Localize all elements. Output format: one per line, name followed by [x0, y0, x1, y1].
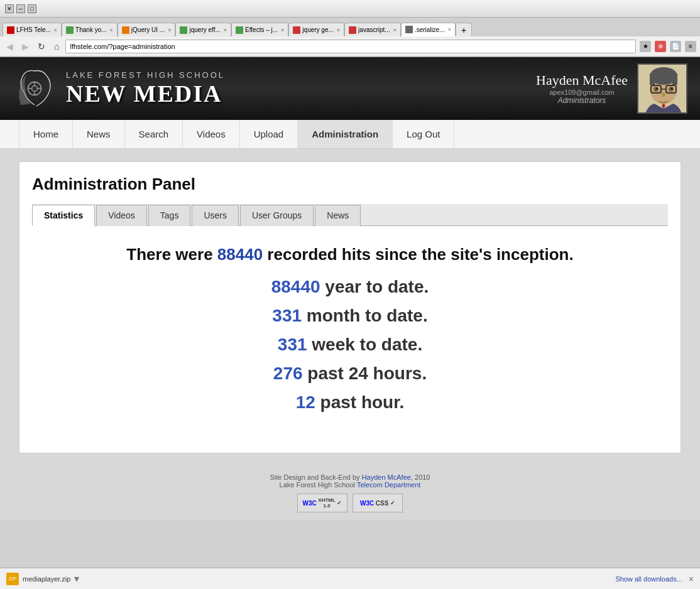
footer-dept-link[interactable]: Telecom Department — [357, 481, 421, 489]
tab-4[interactable]: Effects – j... × — [231, 23, 288, 36]
main-nav: Home News Search Videos Upload Administr… — [0, 120, 700, 149]
user-email: apex109@gmail.com — [536, 89, 628, 96]
day-label: past 24 hours. — [303, 364, 427, 383]
svg-rect-9 — [650, 73, 655, 85]
tab-label-4: Effects – j... — [245, 26, 278, 33]
tab-close-3[interactable]: × — [224, 27, 227, 33]
tab-close-1[interactable]: × — [110, 27, 113, 33]
nav-administration[interactable]: Administration — [297, 120, 393, 148]
tab-1[interactable]: Thank yo... × — [62, 23, 118, 36]
stop-icon[interactable]: ⊗ — [655, 41, 666, 52]
headline-prefix: There were — [126, 245, 217, 264]
tab-favicon-0 — [7, 26, 14, 34]
stat-day: 276 past 24 hours. — [45, 364, 655, 384]
hour-label: past hour. — [315, 392, 405, 412]
tab-3[interactable]: jquery eff... × — [175, 23, 231, 36]
address-bar[interactable] — [65, 40, 636, 53]
browser-tabs: LFHS Tele... × Thank yo... × jQuery UI .… — [0, 18, 700, 36]
tab-close-2[interactable]: × — [168, 27, 171, 33]
admin-panel: Administration Panel Statistics Videos T… — [19, 161, 681, 453]
nav-videos[interactable]: Videos — [182, 120, 240, 148]
tab-label-5: jquery ge... — [302, 26, 333, 33]
svg-point-16 — [656, 88, 658, 90]
tab-5[interactable]: jquery ge... × — [288, 23, 344, 36]
stat-month: 331 month to date. — [45, 306, 655, 326]
nav-logout[interactable]: Log Out — [392, 120, 454, 148]
header-right: Hayden McAfee apex109@gmail.com Administ… — [536, 63, 687, 114]
tab-close-5[interactable]: × — [337, 27, 340, 33]
footer-designer-link[interactable]: Hayden McAfee — [362, 473, 411, 481]
download-file-icon: ZIP — [6, 573, 19, 585]
reload-btn[interactable]: ↻ — [35, 40, 48, 53]
tab-videos[interactable]: Videos — [96, 205, 147, 226]
total-hits: 88440 — [217, 245, 263, 264]
user-role: Administrators — [536, 96, 628, 105]
footer-org: Lake Forest High School Telecom Departme… — [8, 481, 692, 489]
nav-news[interactable]: News — [72, 120, 125, 148]
tab-statistics[interactable]: Statistics — [32, 205, 95, 226]
menu-icon[interactable]: ≡ — [685, 41, 696, 52]
tab-2[interactable]: jQuery UI ... × — [118, 23, 176, 36]
win-minimize-btn[interactable]: ─ — [16, 4, 25, 13]
tab-favicon-6 — [349, 26, 356, 34]
svg-point-17 — [671, 88, 673, 90]
headline-suffix: recorded hits since the site's inception… — [263, 245, 574, 264]
download-bar-close[interactable]: × — [689, 574, 694, 584]
tab-close-6[interactable]: × — [393, 27, 396, 33]
footer-design-text: Site Design and Back-End by — [270, 473, 362, 481]
tab-favicon-4 — [236, 26, 243, 34]
nav-home[interactable]: Home — [19, 120, 73, 148]
tab-favicon-7 — [405, 26, 413, 33]
svg-rect-10 — [672, 73, 677, 85]
avatar-svg — [638, 65, 687, 114]
home-btn[interactable]: ⌂ — [52, 40, 62, 53]
show-all-downloads[interactable]: Show all downloads... — [615, 575, 682, 583]
readability-icon[interactable]: 📄 — [670, 41, 681, 52]
forward-btn[interactable]: ▶ — [19, 40, 31, 53]
win-close-btn[interactable]: ✕ — [5, 4, 14, 13]
site-name: New Media — [66, 80, 225, 107]
tab-close-7[interactable]: × — [448, 26, 451, 33]
tab-close-0[interactable]: × — [54, 27, 57, 33]
tab-news[interactable]: News — [315, 205, 361, 226]
footer-year: , 2010 — [411, 473, 430, 481]
user-info: Hayden McAfee apex109@gmail.com Administ… — [536, 72, 628, 105]
tab-users[interactable]: Users — [192, 205, 239, 226]
tabs: Statistics Videos Tags Users User Groups… — [32, 204, 668, 226]
logo-svg — [13, 67, 57, 111]
back-btn[interactable]: ◀ — [4, 40, 16, 53]
browser-chrome: ✕ ─ □ LFHS Tele... × Thank yo... × jQuer… — [0, 0, 700, 57]
stat-week: 331 week to date. — [45, 335, 655, 355]
tab-label-2: jQuery UI ... — [131, 26, 165, 33]
logo-text: Lake Forest High School New Media — [66, 70, 225, 107]
bookmark-icon[interactable]: ★ — [640, 41, 651, 52]
nav-search[interactable]: Search — [124, 120, 183, 148]
site-footer: Site Design and Back-End by Hayden McAfe… — [0, 466, 700, 520]
footer-badges: W3C XHTML1.0 ✓ W3C CSS ✓ — [8, 494, 692, 512]
tab-favicon-5 — [293, 26, 300, 34]
school-name: Lake Forest High School — [66, 70, 225, 80]
week-num: 331 — [278, 335, 307, 354]
tab-favicon-3 — [180, 26, 187, 34]
tab-label-6: javascript... — [358, 26, 390, 33]
tab-close-4[interactable]: × — [281, 27, 284, 33]
month-label: month to date. — [302, 306, 428, 325]
month-num: 331 — [272, 306, 302, 325]
download-filename: mediaplayer.zip — [23, 575, 70, 583]
win-maximize-btn[interactable]: □ — [28, 4, 36, 13]
w3c-css-badge: W3C CSS ✓ — [353, 494, 403, 512]
w3c-xhtml-badge: W3C XHTML1.0 ✓ — [297, 494, 347, 512]
tab-favicon-2 — [122, 26, 129, 34]
tab-favicon-1 — [66, 26, 74, 34]
tab-7[interactable]: .serialize... × — [401, 23, 456, 36]
tab-6[interactable]: javascript... × — [344, 23, 401, 36]
tab-tags[interactable]: Tags — [148, 205, 191, 226]
tab-0[interactable]: LFHS Tele... × — [3, 23, 62, 36]
nav-upload[interactable]: Upload — [239, 120, 298, 148]
download-dropdown[interactable]: ▾ — [74, 573, 79, 585]
new-tab-btn[interactable]: + — [456, 23, 472, 36]
website: Lake Forest High School New Media Hayden… — [0, 57, 700, 520]
tab-user-groups[interactable]: User Groups — [240, 205, 314, 226]
year-num: 88440 — [271, 277, 320, 296]
tab-label-1: Thank yo... — [75, 26, 106, 33]
